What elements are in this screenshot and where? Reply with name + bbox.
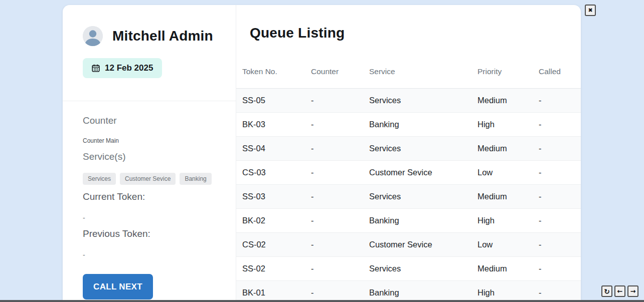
service-tags: Services Customer Sevice Banking (83, 173, 221, 185)
main-card: Mitchell Admin 12 Feb 2025 (63, 5, 581, 302)
cell-priority: Medium (471, 137, 533, 161)
cell-service: Banking (363, 281, 471, 302)
close-icon: ✖ (588, 7, 592, 14)
cell-token: BK-02 (236, 209, 305, 233)
cell-counter: - (305, 257, 363, 281)
cell-called: - (533, 257, 581, 281)
cell-counter: - (305, 281, 363, 302)
previous-token-value: - (83, 251, 221, 259)
cell-token: CS-03 (236, 161, 305, 185)
table-row: SS-04 - Services Medium - (236, 137, 581, 161)
service-tag: Customer Sevice (120, 173, 176, 185)
cell-counter: - (305, 137, 363, 161)
user-name: Mitchell Admin (112, 28, 213, 44)
date-text: 12 Feb 2025 (105, 63, 153, 73)
cell-priority: High (471, 113, 533, 137)
cell-token: BK-03 (236, 113, 305, 137)
table-row: CS-03 - Customer Sevice Low - (236, 161, 581, 185)
col-header-token: Token No. (236, 51, 305, 89)
cell-service: Services (363, 89, 471, 113)
col-header-priority: Priority (471, 51, 533, 89)
cell-token: SS-04 (236, 137, 305, 161)
back-arrow-icon: ← (617, 287, 623, 295)
queue-title: Queue Listing (250, 25, 581, 41)
cell-service: Customer Sevice (363, 233, 471, 257)
cell-called: - (533, 89, 581, 113)
cell-called: - (533, 233, 581, 257)
current-token-value: - (83, 214, 221, 222)
counter-name: Counter Main (83, 137, 221, 144)
services-heading: Service(s) (83, 151, 221, 162)
cell-service: Banking (363, 209, 471, 233)
calendar-icon (92, 64, 100, 72)
cell-service: Services (363, 185, 471, 209)
date-badge[interactable]: 12 Feb 2025 (83, 58, 162, 78)
back-button[interactable]: ← (614, 285, 625, 297)
current-token-label: Current Token: (83, 191, 221, 202)
cell-counter: - (305, 113, 363, 137)
col-header-service: Service (363, 51, 471, 89)
refresh-button[interactable]: ↻ (601, 285, 612, 297)
cell-priority: High (471, 209, 533, 233)
cell-priority: Medium (471, 185, 533, 209)
cell-token: CS-02 (236, 233, 305, 257)
cell-token: SS-03 (236, 185, 305, 209)
table-row: CS-02 - Customer Sevice Low - (236, 233, 581, 257)
cell-counter: - (305, 233, 363, 257)
cell-counter: - (305, 161, 363, 185)
cell-token: BK-01 (236, 281, 305, 302)
cell-called: - (533, 137, 581, 161)
forward-button[interactable]: → (627, 285, 638, 297)
refresh-icon: ↻ (604, 287, 610, 295)
table-row: SS-05 - Services Medium - (236, 89, 581, 113)
queue-panel: Queue Listing Token No. Counter Service … (236, 5, 581, 302)
call-next-button[interactable]: CALL NEXT (83, 274, 153, 299)
col-header-counter: Counter (305, 51, 363, 89)
cell-service: Services (363, 137, 471, 161)
cell-counter: - (305, 89, 363, 113)
cell-counter: - (305, 209, 363, 233)
cell-service: Banking (363, 113, 471, 137)
table-row: BK-03 - Banking High - (236, 113, 581, 137)
bottom-window-edge (0, 300, 644, 302)
forward-arrow-icon: → (630, 287, 636, 295)
service-tag: Services (83, 173, 116, 185)
cell-called: - (533, 161, 581, 185)
cell-priority: Medium (471, 257, 533, 281)
cell-called: - (533, 209, 581, 233)
service-tag: Banking (180, 173, 211, 185)
col-header-called: Called (533, 51, 581, 89)
cell-called: - (533, 281, 581, 302)
cell-called: - (533, 185, 581, 209)
cell-counter: - (305, 185, 363, 209)
table-header-row: Token No. Counter Service Priority Calle… (236, 51, 581, 89)
cell-priority: Low (471, 161, 533, 185)
cell-priority: Low (471, 233, 533, 257)
cell-token: SS-02 (236, 257, 305, 281)
previous-token-label: Previous Token: (83, 228, 221, 239)
counter-panel: Mitchell Admin 12 Feb 2025 (63, 5, 236, 302)
cell-service: Services (363, 257, 471, 281)
cell-priority: Medium (471, 89, 533, 113)
table-row: BK-01 - Banking High - (236, 281, 581, 302)
queue-table: Token No. Counter Service Priority Calle… (236, 51, 581, 302)
table-row: SS-02 - Services Medium - (236, 257, 581, 281)
cell-token: SS-05 (236, 89, 305, 113)
cell-priority: High (471, 281, 533, 302)
table-row: BK-02 - Banking High - (236, 209, 581, 233)
panel-divider (63, 101, 236, 101)
user-silhouette-icon (83, 26, 103, 46)
table-row: SS-03 - Services Medium - (236, 185, 581, 209)
counter-heading: Counter (83, 115, 221, 126)
cell-called: - (533, 113, 581, 137)
profile-row: Mitchell Admin (83, 26, 221, 46)
cell-service: Customer Sevice (363, 161, 471, 185)
avatar (83, 26, 103, 46)
close-button[interactable]: ✖ (585, 5, 596, 16)
